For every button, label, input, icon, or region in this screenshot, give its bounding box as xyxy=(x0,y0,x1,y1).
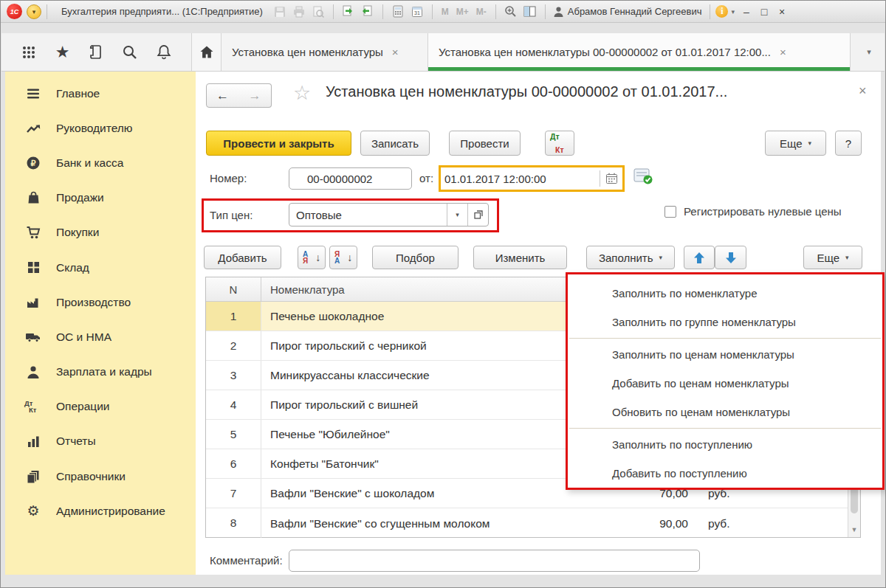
add-row-button[interactable]: Добавить xyxy=(204,246,281,269)
sidebar-item-warehouse[interactable]: Склад xyxy=(5,250,196,285)
comment-field[interactable] xyxy=(289,550,700,572)
ruble-icon: ₽ xyxy=(24,154,42,172)
main-menu-button[interactable]: ▾ xyxy=(27,4,41,19)
open-item-icon[interactable] xyxy=(467,204,488,226)
sidebar-item-label: Руководителю xyxy=(56,122,132,135)
tab-close-icon[interactable]: × xyxy=(392,46,399,58)
maximize-button[interactable]: □ xyxy=(755,6,773,18)
menu-item-fill-by-nomenclature[interactable]: Заполнить по номенклатуре xyxy=(568,279,882,308)
svg-text:₽: ₽ xyxy=(31,159,36,167)
comment-input[interactable] xyxy=(297,550,692,571)
sidebar-item-fixed-assets[interactable]: ОС и НМА xyxy=(5,319,196,354)
date-input[interactable] xyxy=(441,173,600,185)
menu-item-fill-by-nomenclature-group[interactable]: Заполнить по группе номенклатуры xyxy=(568,308,882,336)
save-button[interactable]: Записать xyxy=(360,131,430,156)
help-button[interactable]: ? xyxy=(835,131,862,156)
combo-dropdown-icon[interactable]: ▾ xyxy=(447,204,467,226)
number-input[interactable] xyxy=(307,168,404,189)
menu-item-update-by-item-prices[interactable]: Обновить по ценам номенклатуры xyxy=(568,398,882,426)
print-icon xyxy=(292,4,306,19)
sidebar-item-operations[interactable]: ДтКт Операции xyxy=(5,390,196,424)
user-name: Абрамов Геннадий Сергеевич xyxy=(568,6,702,17)
tab-price-setting-list[interactable]: Установка цен номенклатуры × xyxy=(222,33,428,71)
cell-n: 3 xyxy=(206,361,261,390)
move-row-down-button[interactable] xyxy=(715,246,746,269)
tab-price-setting-document[interactable]: Установка цен номенклатуры 00-00000002 о… xyxy=(428,33,851,71)
column-header-nomenclature[interactable]: Номенклатура xyxy=(261,283,566,296)
pick-items-button[interactable]: Подбор xyxy=(372,246,459,269)
document-close-icon[interactable]: × xyxy=(859,83,867,99)
notifications-bell-icon[interactable] xyxy=(157,44,171,60)
dt-kt-icon: ДтКт xyxy=(24,398,42,415)
sort-descending-button[interactable]: ЯА ↓ xyxy=(329,246,357,269)
minimize-button[interactable]: – xyxy=(738,6,755,18)
price-type-combobox[interactable]: ▾ xyxy=(289,203,489,226)
sidebar-item-production[interactable]: Производство xyxy=(5,285,196,319)
column-header-n[interactable]: N xyxy=(206,277,261,301)
sidebar-item-purchases[interactable]: Покупки xyxy=(5,215,196,250)
memory-recall-button: M xyxy=(442,7,449,17)
sidebar-item-administration[interactable]: ⚙ Администрирование xyxy=(5,494,196,528)
chevron-down-icon[interactable]: ▾ xyxy=(731,8,735,15)
price-type-input[interactable] xyxy=(289,209,447,221)
user-icon xyxy=(554,7,563,17)
sidebar-item-sales[interactable]: Продажи xyxy=(5,181,196,215)
sidebar-item-label: Банк и касса xyxy=(56,156,123,170)
menu-item-add-by-item-prices[interactable]: Добавить по ценам номенклатуры xyxy=(568,369,882,398)
menu-item-add-by-receipt[interactable]: Добавить по поступлению xyxy=(568,459,882,488)
sidebar-item-manager[interactable]: Руководителю xyxy=(5,111,196,145)
calendar-picker-icon[interactable] xyxy=(600,173,622,184)
tabs-overflow-button[interactable]: ▾ xyxy=(854,33,885,71)
show-postings-button[interactable]: Дт Кт xyxy=(545,131,574,156)
history-icon[interactable] xyxy=(89,44,103,60)
current-user[interactable]: Абрамов Геннадий Сергеевич xyxy=(554,6,702,17)
dt-label: Дт xyxy=(550,133,560,140)
menu-item-fill-by-receipt[interactable]: Заполнить по поступлению xyxy=(568,430,882,459)
move-row-up-button[interactable] xyxy=(684,246,715,269)
search-icon[interactable] xyxy=(122,44,137,60)
calendar-icon[interactable]: 31 xyxy=(410,4,425,19)
register-zero-checkbox[interactable] xyxy=(664,206,676,218)
button-label: Записать xyxy=(371,137,419,150)
grid-more-button[interactable]: Еще▾ xyxy=(803,246,862,269)
home-icon xyxy=(199,45,214,59)
date-field-highlighted[interactable] xyxy=(439,165,625,192)
arrow-down-icon: ↓ xyxy=(315,252,320,263)
number-field[interactable] xyxy=(289,167,412,190)
favorites-star-icon[interactable]: ★ xyxy=(55,43,70,62)
edit-button[interactable]: Изменить xyxy=(473,246,567,269)
sidebar-item-reports[interactable]: Отчеты xyxy=(5,424,196,459)
import-file-icon[interactable] xyxy=(360,4,375,19)
calculator-icon[interactable] xyxy=(391,4,405,19)
button-label: Провести xyxy=(460,137,509,150)
scrollbar-down-icon[interactable]: ▼ xyxy=(848,526,860,533)
split-view-icon[interactable] xyxy=(523,4,538,19)
app-window: 1С ▾ Бухгалтерия предприяти... (1С:Предп… xyxy=(0,0,886,588)
nav-back-button[interactable]: ← xyxy=(206,83,239,108)
zoom-icon[interactable] xyxy=(504,4,518,19)
post-and-close-button[interactable]: Провести и закрыть xyxy=(206,131,351,156)
table-row[interactable]: 8 Вафли "Венские" со сгущенным молоком 9… xyxy=(206,508,860,538)
tab-home[interactable] xyxy=(192,33,222,71)
sidebar-item-main[interactable]: Главное xyxy=(5,76,196,111)
sort-ascending-button[interactable]: АЯ ↓ xyxy=(298,246,326,269)
more-actions-button[interactable]: Еще▾ xyxy=(765,131,826,156)
export-file-icon[interactable] xyxy=(341,4,356,19)
menu-item-fill-by-item-prices[interactable]: Заполнить по ценам номенклатуры xyxy=(568,340,882,369)
sidebar-item-directories[interactable]: Справочники xyxy=(5,459,196,494)
button-label: Заполнить xyxy=(599,252,653,264)
cell-n: 8 xyxy=(206,508,261,538)
sidebar-item-salary-hr[interactable]: Зарплата и кадры xyxy=(5,355,196,390)
post-button[interactable]: Провести xyxy=(449,131,521,156)
fill-button[interactable]: Заполнить▾ xyxy=(586,246,675,269)
sections-sidebar: Главное Руководителю ₽ Банк и касса Прод… xyxy=(5,72,196,575)
sidebar-item-label: Продажи xyxy=(56,191,104,204)
favorite-star-icon[interactable]: ☆ xyxy=(293,81,311,105)
close-window-button[interactable]: × xyxy=(773,6,791,18)
info-icon[interactable]: i xyxy=(715,5,728,18)
nav-forward-button[interactable]: → xyxy=(238,83,272,108)
register-zero-label: Регистрировать нулевые цены xyxy=(684,204,842,219)
sidebar-item-bank-cash[interactable]: ₽ Банк и касса xyxy=(5,145,196,180)
tab-close-icon[interactable]: × xyxy=(780,46,786,58)
apps-grid-icon[interactable] xyxy=(21,45,36,60)
